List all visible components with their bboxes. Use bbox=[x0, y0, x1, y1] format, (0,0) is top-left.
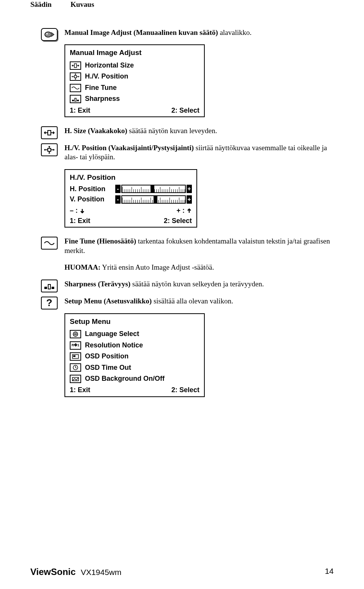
header-description: Kuvaus bbox=[71, 0, 94, 9]
osd-setup-menu: Setup Menu Language Select R�1 Resolutio… bbox=[64, 313, 205, 397]
table-header: Säädin Kuvaus bbox=[30, 0, 334, 21]
svg-rect-4 bbox=[72, 100, 74, 101]
page-footer: ViewSonic VX1945wm 14 bbox=[30, 566, 334, 578]
osd-item: R�1 Resolution Notice bbox=[70, 340, 199, 351]
fine-tune-text: Fine Tune (Hienosäätö) tarkentaa fokukse… bbox=[64, 237, 334, 255]
osd-hv-position: H./V. Position H. Position - + V. Positi… bbox=[64, 169, 197, 228]
osd-item: OSD Time Out bbox=[70, 362, 199, 373]
footer-brand: ViewSonic bbox=[30, 567, 76, 577]
entry-setup-menu: ? Setup Menu (Asetusvalikko) sisältää al… bbox=[64, 297, 334, 397]
osd-item: Fine Tune bbox=[70, 82, 199, 93]
svg-rect-6 bbox=[77, 100, 79, 101]
hv-position-icon bbox=[70, 72, 81, 81]
horizontal-size-icon bbox=[41, 126, 58, 139]
osd-background-icon bbox=[70, 375, 81, 383]
osd-item: H./V. Position bbox=[70, 71, 199, 82]
osd-item: OSD Background On/Off bbox=[70, 373, 199, 384]
svg-point-0 bbox=[45, 32, 52, 37]
svg-rect-10 bbox=[48, 284, 50, 289]
svg-rect-5 bbox=[75, 98, 76, 101]
svg-rect-7 bbox=[48, 130, 51, 135]
entry-sharpness: Sharpness (Terävyys) säätää näytön kuvan… bbox=[64, 280, 334, 289]
svg-rect-8 bbox=[48, 148, 51, 151]
osd-item: Language Select bbox=[70, 328, 199, 339]
svg-rect-14 bbox=[73, 355, 75, 357]
osd-manual-image-adjust: Manual Image Adjust Horizontal Size H./V… bbox=[64, 44, 205, 117]
svg-rect-11 bbox=[52, 287, 54, 289]
setup-menu-text: Setup Menu (Asetusvalikko) sisältää alla… bbox=[64, 297, 334, 306]
h-size-text: H. Size (Vaakakoko) säätää näytön kuvan … bbox=[64, 126, 334, 136]
question-icon: ? bbox=[41, 297, 58, 309]
svg-rect-9 bbox=[44, 287, 47, 289]
osd-item: Sharpness bbox=[70, 93, 199, 104]
horizontal-size-icon bbox=[70, 61, 81, 70]
legend-row: – : + : bbox=[70, 206, 192, 215]
resolution-icon: R�1 bbox=[70, 341, 81, 350]
footer-page-number: 14 bbox=[325, 566, 334, 578]
slider-v-position: V. Position - + bbox=[70, 195, 192, 204]
osd-item: OSD Position bbox=[70, 351, 199, 362]
slider-h-position: H. Position - + bbox=[70, 185, 192, 193]
hv-position-text: H./V. Position (Vaakasijainti/Pystysijai… bbox=[64, 143, 334, 162]
svg-rect-2 bbox=[74, 64, 77, 68]
osd-item: Horizontal Size bbox=[70, 60, 199, 71]
sharpness-text: Sharpness (Terävyys) säätää näytön kuvan… bbox=[64, 280, 334, 289]
clock-icon bbox=[70, 363, 81, 372]
entry-hv-position: H./V. Position (Vaakasijainti/Pystysijai… bbox=[64, 143, 334, 228]
sharpness-icon bbox=[41, 280, 58, 292]
svg-point-1 bbox=[46, 33, 48, 35]
footer-model: VX1945wm bbox=[81, 568, 121, 576]
svg-rect-3 bbox=[74, 75, 77, 78]
manual-page: Säädin Kuvaus Manual Image Adjust (Manua… bbox=[0, 0, 364, 589]
fine-tune-icon bbox=[41, 237, 58, 250]
osd-position-icon bbox=[70, 352, 81, 361]
entry-h-size: H. Size (Vaakakoko) säätää näytön kuvan … bbox=[64, 126, 334, 136]
hv-position-icon bbox=[41, 143, 58, 156]
entry-fine-tune: Fine Tune (Hienosäätö) tarkentaa fokukse… bbox=[64, 237, 334, 272]
fine-tune-note: HUOMAA: Yritä ensin Auto Image Adjust -s… bbox=[64, 263, 334, 272]
manual-image-adjust-icon bbox=[41, 28, 58, 41]
manual-image-adjust-text: Manual Image Adjust (Manuaalinen kuvan s… bbox=[64, 28, 334, 38]
fine-tune-icon bbox=[70, 84, 81, 92]
globe-icon bbox=[70, 330, 81, 338]
entry-manual-image-adjust: Manual Image Adjust (Manuaalinen kuvan s… bbox=[64, 28, 334, 117]
sharpness-icon bbox=[70, 95, 81, 103]
header-control: Säädin bbox=[30, 0, 52, 9]
